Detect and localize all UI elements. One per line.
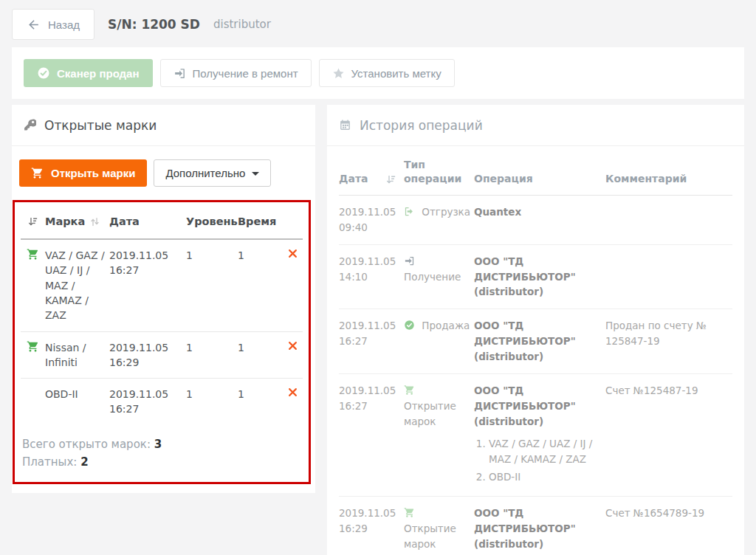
- history-date-cell: 2019.11.05 09:40: [339, 204, 404, 235]
- history-date-cell: 2019.11.05 16:27: [339, 318, 404, 365]
- date-cell: 2019.11.05 16:27: [109, 387, 186, 417]
- cart-icon: [21, 340, 45, 353]
- history-row: 2019.11.05 14:10 Получение ООО "ТД ДИСТР…: [339, 245, 732, 310]
- delete-brand-icon[interactable]: [287, 387, 298, 398]
- back-button[interactable]: Назад: [12, 9, 94, 40]
- cart-icon: [404, 385, 415, 396]
- sign-in-icon: [173, 67, 186, 80]
- history-table: Дата Тип операции Операция Комментарий 2…: [327, 146, 744, 555]
- cart-icon: [21, 248, 45, 261]
- opened-brands-header: Открытые марки: [12, 105, 315, 146]
- opened-brands-highlight-box: Марка Дата Уровень Время VAZ / GAZ / UAZ…: [13, 200, 311, 484]
- time-cell: 1: [238, 340, 285, 355]
- history-comment-cell: [605, 254, 732, 300]
- arrow-left-icon: [27, 18, 41, 32]
- history-type-cell: Получение: [404, 254, 474, 300]
- calendar-icon: [339, 119, 351, 131]
- column-header-operation[interactable]: Операция: [474, 172, 605, 186]
- history-header: История операций: [327, 105, 744, 146]
- sign-out-icon: [404, 206, 415, 217]
- history-type-cell: Отгрузка: [404, 204, 474, 235]
- column-header-comment[interactable]: Комментарий: [605, 172, 732, 186]
- history-table-header: Дата Тип операции Операция Комментарий: [339, 146, 732, 196]
- star-icon: [332, 67, 345, 80]
- history-type-cell: Открытие марок: [404, 383, 474, 487]
- history-row: 2019.11.05 16:29 Открытие марок ООО "ТД …: [339, 497, 732, 555]
- scanner-sold-button[interactable]: Сканер продан: [24, 59, 153, 87]
- history-comment-cell: Продан по счету № 125847-19: [605, 318, 732, 365]
- history-panel: История операций Дата Тип операции Опера…: [327, 105, 744, 555]
- page-header: Назад S/N: 1200 SD distributor: [0, 0, 756, 41]
- brands-summary: Всего открыто марок: 3 Платных: 2: [22, 435, 303, 472]
- key-icon: [24, 119, 36, 131]
- history-date-cell: 2019.11.05 16:29: [339, 506, 404, 555]
- serial-number: S/N: 1200 SD: [108, 17, 200, 32]
- opened-brand-row: OBD-II 2019.11.05 16:27 1 1: [21, 378, 303, 425]
- scanner-detail-page: Назад S/N: 1200 SD distributor Сканер пр…: [0, 0, 756, 555]
- scanner-sold-label: Сканер продан: [57, 67, 140, 80]
- check-circle-icon: [37, 66, 50, 80]
- receive-repair-button[interactable]: Получение в ремонт: [160, 59, 312, 87]
- history-operation-cell: ООО "ТД ДИСТРИБЬЮТОР" (distributor) Niss…: [474, 506, 605, 555]
- history-operation-cell: ООО "ТД ДИСТРИБЬЮТОР" (distributor): [474, 254, 605, 300]
- open-brands-label: Открыть марки: [51, 167, 135, 179]
- history-comment-cell: Счет №1654789-19: [605, 506, 732, 555]
- check-circle-icon: [404, 320, 415, 331]
- history-comment-cell: [605, 204, 732, 235]
- history-operation-cell: Quantex: [474, 204, 605, 235]
- cart-icon: [31, 167, 44, 179]
- date-cell: 2019.11.05 16:29: [109, 340, 186, 370]
- history-row: 2019.11.05 16:27 Открытие марок ООО "ТД …: [339, 374, 732, 497]
- history-type-cell: Открытие марок: [404, 506, 474, 555]
- delete-brand-icon[interactable]: [287, 340, 298, 351]
- history-operation-cell: ООО "ТД ДИСТРИБЬЮТОР" (distributor): [474, 318, 605, 365]
- total-brands-value: 3: [154, 438, 162, 451]
- column-header-op-type[interactable]: Тип операции: [404, 158, 474, 186]
- sort-updown-icon: [89, 216, 100, 227]
- history-date-cell: 2019.11.05 14:10: [339, 254, 404, 300]
- column-header-level[interactable]: Уровень: [186, 214, 238, 230]
- set-mark-label: Установить метку: [351, 67, 441, 80]
- history-date-cell: 2019.11.05 16:27: [339, 383, 404, 487]
- history-row: 2019.11.05 09:40 Отгрузка Quantex: [339, 196, 732, 245]
- history-type-cell: Продажа: [404, 318, 474, 365]
- opened-brands-table-header: Марка Дата Уровень Время: [21, 208, 303, 240]
- level-cell: 1: [186, 248, 238, 263]
- brand-actions: Открыть марки Дополнительно: [19, 159, 308, 187]
- brand-cell: OBD-II: [45, 387, 109, 401]
- history-comment-cell: Счет №125487-19: [605, 383, 732, 487]
- time-cell: 1: [238, 387, 285, 401]
- status-toolbar: Сканер продан Получение в ремонт Установ…: [12, 47, 744, 99]
- time-cell: 1: [238, 248, 285, 263]
- opened-brand-row: VAZ / GAZ / UAZ / IJ / MAZ / KAMAZ / ZAZ…: [21, 240, 303, 331]
- opened-brands-panel: Открытые марки Открыть марки Дополнитель…: [12, 105, 315, 493]
- operation-brand-list: VAZ / GAZ / UAZ / IJ / MAZ / KAMAZ / ZAZ…: [474, 436, 598, 485]
- open-brands-button[interactable]: Открыть марки: [19, 159, 147, 187]
- sign-in-icon: [404, 255, 415, 266]
- sort-amount-icon[interactable]: [21, 216, 45, 227]
- column-header-time[interactable]: Время: [238, 214, 285, 230]
- delete-brand-icon[interactable]: [287, 248, 298, 259]
- more-dropdown-button[interactable]: Дополнительно: [154, 159, 271, 187]
- back-label: Назад: [48, 18, 80, 31]
- level-cell: 1: [186, 340, 238, 355]
- column-header-brand[interactable]: Марка: [45, 214, 109, 230]
- sort-amount-icon: [385, 174, 396, 185]
- column-header-date[interactable]: Дата: [109, 214, 186, 230]
- set-mark-button[interactable]: Установить метку: [319, 59, 455, 87]
- total-brands-line: Всего открыто марок: 3: [22, 435, 303, 454]
- more-dropdown-label: Дополнительно: [165, 167, 245, 179]
- column-header-hist-date[interactable]: Дата: [339, 172, 404, 186]
- receive-repair-label: Получение в ремонт: [193, 67, 298, 80]
- paid-brands-line: Платных: 2: [22, 453, 303, 472]
- history-title: История операций: [360, 118, 483, 133]
- caret-down-icon: [252, 172, 259, 176]
- brand-cell: VAZ / GAZ / UAZ / IJ / MAZ / KAMAZ / ZAZ: [45, 248, 109, 323]
- level-cell: 1: [186, 387, 238, 401]
- opened-brands-table: Марка Дата Уровень Время VAZ / GAZ / UAZ…: [21, 208, 303, 425]
- owner-name: distributor: [213, 18, 271, 31]
- paid-brands-value: 2: [80, 455, 88, 469]
- date-cell: 2019.11.05 16:27: [109, 248, 186, 278]
- brand-cell: Nissan / Infiniti: [45, 340, 109, 370]
- history-operation-cell: ООО "ТД ДИСТРИБЬЮТОР" (distributor) VAZ …: [474, 383, 605, 487]
